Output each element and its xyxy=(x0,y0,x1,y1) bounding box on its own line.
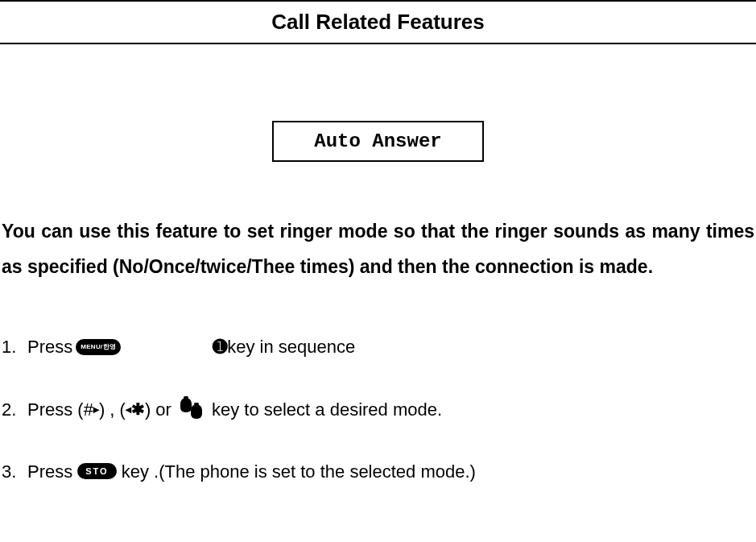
step-text: Press xyxy=(27,333,72,361)
arrow-left-icon: ◂ xyxy=(126,400,131,418)
step-content: Press MENU/한영 ➊ key in sequence xyxy=(27,333,355,361)
step-content: Press STO key .(The phone is set to the … xyxy=(27,457,476,486)
step-text: key in sequence xyxy=(227,333,355,361)
step-text: Press (# xyxy=(27,395,93,424)
menu-key-icon: MENU/한영 xyxy=(76,339,121,355)
step-number: 1. xyxy=(2,333,27,361)
step-text: Press xyxy=(27,457,72,486)
page-title: Call Related Features xyxy=(0,10,756,35)
feature-box-container: Auto Answer xyxy=(0,121,756,162)
arrow-right-icon: ▸ xyxy=(93,400,99,418)
steps-list: 1. Press MENU/한영 ➊ key in sequence 2. Pr… xyxy=(0,333,756,486)
sto-key-icon: STO xyxy=(77,463,116,479)
header-bar: Call Related Features xyxy=(0,0,756,44)
step-number: 2. xyxy=(2,395,27,424)
step-content: Press (# ▸ ) , ( ◂ ✱ ) or key to select … xyxy=(27,395,442,424)
star-icon: ✱ xyxy=(131,396,145,422)
step-text: key .(The phone is set to the selected m… xyxy=(122,457,476,486)
feature-box: Auto Answer xyxy=(272,121,483,162)
step-1: 1. Press MENU/한영 ➊ key in sequence xyxy=(2,333,754,361)
circled-one-icon: ➊ xyxy=(213,333,227,361)
feature-description: You can use this feature to set ringer m… xyxy=(0,214,756,284)
step-number: 3. xyxy=(2,457,27,486)
phone-icon xyxy=(178,398,205,420)
step-3: 3. Press STO key .(The phone is set to t… xyxy=(2,457,754,486)
step-text: ) or xyxy=(145,395,171,424)
step-text: key to select a desired mode. xyxy=(212,395,442,424)
step-text: ) , ( xyxy=(99,395,126,424)
step-2: 2. Press (# ▸ ) , ( ◂ ✱ ) or key to sele… xyxy=(2,395,754,424)
